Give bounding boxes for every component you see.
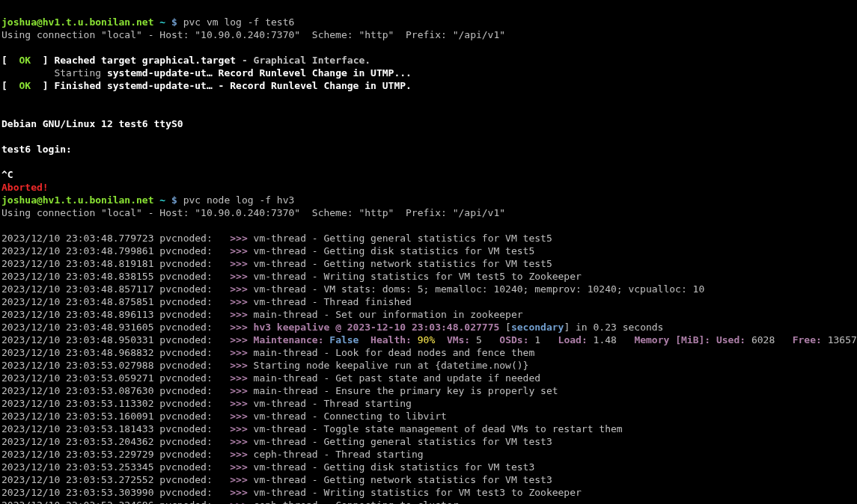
ctrl-c: ^C xyxy=(1,169,13,180)
status-key: VMs: xyxy=(447,334,470,345)
log-arrow: >>> xyxy=(230,347,247,358)
status-val: False xyxy=(323,334,370,345)
log-line: 2023/12/10 23:03:53.027988 pvcnoded: >>>… xyxy=(1,360,528,371)
log-arrow: >>> xyxy=(230,233,247,244)
status-key: Health: xyxy=(370,334,412,345)
aborted-msg: Aborted! xyxy=(1,182,49,193)
log-line: 2023/12/10 23:03:53.087630 pvcnoded: >>>… xyxy=(1,385,558,396)
connection-line: Using connection "local" - Host: "10.90.… xyxy=(1,207,505,218)
log-line: 2023/12/10 23:03:53.113302 pvcnoded: >>>… xyxy=(1,398,412,409)
prompt-path: ~ xyxy=(159,16,165,28)
log-line: 2023/12/10 23:03:53.160091 pvcnoded: >>>… xyxy=(1,411,447,422)
log-arrow: >>> xyxy=(230,296,247,307)
log-line: 2023/12/10 23:03:53.204362 pvcnoded: >>>… xyxy=(1,436,552,447)
log-arrow: >>> xyxy=(230,461,247,473)
unit-name: graphical.target xyxy=(142,55,236,66)
prompt-command: pvc vm log -f test6 xyxy=(177,16,295,28)
status-val: 6028 xyxy=(745,334,793,345)
status-val: 90% xyxy=(412,334,447,345)
log-line: 2023/12/10 23:03:48.875851 pvcnoded: >>>… xyxy=(1,296,412,307)
log-line-status: 2023/12/10 23:03:48.950331 pvcnoded: >>>… xyxy=(1,334,857,345)
log-arrow: >>> xyxy=(230,372,247,384)
log-arrow: >>> xyxy=(230,309,247,320)
status-key: OSDs: xyxy=(499,334,528,345)
log-line: 2023/12/10 23:03:53.272552 pvcnoded: >>>… xyxy=(1,474,552,485)
log-arrow: >>> xyxy=(230,258,247,269)
log-line: 2023/12/10 23:03:48.799861 pvcnoded: >>>… xyxy=(1,245,534,256)
prompt-sigil: $ xyxy=(171,16,177,28)
log-line: 2023/12/10 23:03:48.819181 pvcnoded: >>>… xyxy=(1,258,552,269)
status-key: Free: xyxy=(793,334,822,345)
log-arrow: >>> xyxy=(230,411,247,422)
status-key: Used: xyxy=(716,334,745,345)
status-key: Maintenance: xyxy=(254,334,324,345)
prompt-command: pvc node log -f hv3 xyxy=(177,194,295,206)
unit-name: systemd-update-ut… Record Runlevel Chang… xyxy=(107,67,412,79)
prompt-sigil: $ xyxy=(171,194,177,206)
log-arrow: >>> xyxy=(230,283,247,295)
status-key: Load: xyxy=(558,334,588,345)
log-arrow: >>> xyxy=(230,360,247,371)
log-arrow: >>> xyxy=(230,474,247,485)
login-prompt: test6 login: xyxy=(1,144,72,155)
prompt-path: ~ xyxy=(159,194,165,206)
log-line: 2023/12/10 23:03:48.779723 pvcnoded: >>>… xyxy=(1,233,552,244)
boot-line: Starting systemd-update-ut… Record Runle… xyxy=(1,67,412,79)
status-val: 1 xyxy=(528,334,558,345)
prompt-sep xyxy=(165,16,171,28)
log-arrow: >>> xyxy=(230,271,247,282)
log-arrow: >>> xyxy=(230,436,247,447)
status-ok: OK xyxy=(19,55,31,66)
log-arrow: >>> xyxy=(230,322,247,333)
log-line: 2023/12/10 23:03:48.896113 pvcnoded: >>>… xyxy=(1,309,523,320)
log-arrow: >>> xyxy=(230,334,247,345)
prompt-user: joshua@hv1.t.u.bonilan.net xyxy=(1,16,154,28)
log-arrow: >>> xyxy=(230,449,247,460)
log-arrow: >>> xyxy=(230,500,247,504)
log-line-keepalive: 2023/12/10 23:03:48.931605 pvcnoded: >>>… xyxy=(1,322,663,333)
status-key: Memory [MiB]: xyxy=(634,334,710,345)
boot-line: [ OK ] Reached target graphical.target -… xyxy=(1,55,370,66)
keepalive-stamp: hv3 keepalive @ 2023-12-10 23:03:48.0277… xyxy=(248,322,505,333)
terminal-window[interactable]: joshua@hv1.t.u.bonilan.net ~ $ pvc vm lo… xyxy=(0,0,857,504)
log-line: 2023/12/10 23:03:53.229729 pvcnoded: >>>… xyxy=(1,449,424,460)
log-line: 2023/12/10 23:03:48.968832 pvcnoded: >>>… xyxy=(1,347,534,358)
prompt-user: joshua@hv1.t.u.bonilan.net xyxy=(1,194,154,206)
node-role: secondary xyxy=(511,322,564,333)
unit-name: systemd-update-ut… - Record Runlevel Cha… xyxy=(107,80,412,91)
status-val: 5 xyxy=(470,334,499,345)
boot-line: [ OK ] Finished systemd-update-ut… - Rec… xyxy=(1,80,412,91)
log-line: 2023/12/10 23:03:48.838155 pvcnoded: >>>… xyxy=(1,271,582,282)
status-val: 13657 xyxy=(822,334,857,345)
log-line: 2023/12/10 23:03:48.857117 pvcnoded: >>>… xyxy=(1,283,704,295)
os-banner: Debian GNU/Linux 12 test6 ttyS0 xyxy=(1,118,183,129)
log-line: 2023/12/10 23:03:53.181433 pvcnoded: >>>… xyxy=(1,423,623,434)
connection-line: Using connection "local" - Host: "10.90.… xyxy=(1,29,505,40)
log-line: 2023/12/10 23:03:53.059271 pvcnoded: >>>… xyxy=(1,372,540,384)
log-line: 2023/12/10 23:03:53.324686 pvcnoded: >>>… xyxy=(1,500,459,504)
log-arrow: >>> xyxy=(230,245,247,256)
status-ok: OK xyxy=(19,80,31,91)
log-arrow: >>> xyxy=(230,385,247,396)
log-arrow: >>> xyxy=(230,487,247,498)
log-line: 2023/12/10 23:03:53.253345 pvcnoded: >>>… xyxy=(1,461,534,473)
log-arrow: >>> xyxy=(230,398,247,409)
log-line: 2023/12/10 23:03:53.303990 pvcnoded: >>>… xyxy=(1,487,582,498)
status-val: 1.48 xyxy=(588,334,635,345)
log-arrow: >>> xyxy=(230,423,247,434)
